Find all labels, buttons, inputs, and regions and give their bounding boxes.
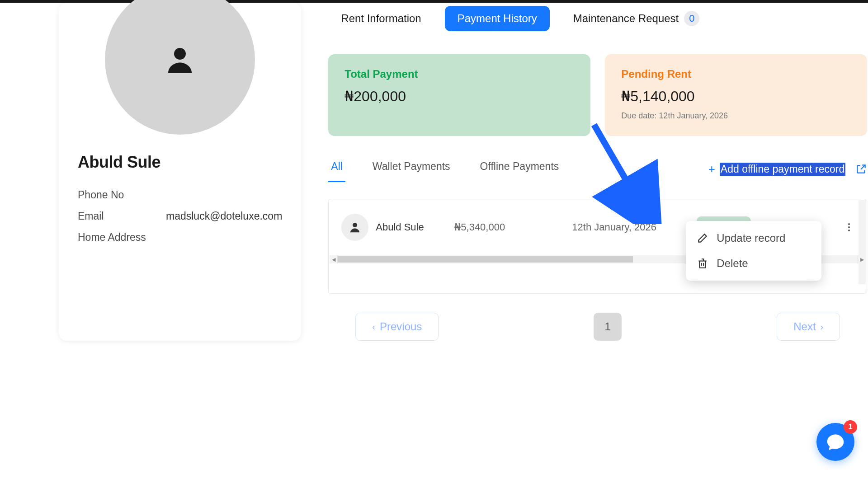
- menu-update-record[interactable]: Update record: [686, 225, 821, 251]
- menu-delete-label: Delete: [717, 257, 748, 270]
- phone-label: Phone No: [78, 189, 166, 201]
- menu-delete[interactable]: Delete: [686, 251, 821, 276]
- row-date: 12th January, 2026: [572, 221, 676, 233]
- next-label: Next: [793, 320, 816, 333]
- payments-table: Abuld Sule ₦5,340,000 12th January, 2026…: [328, 199, 867, 294]
- chat-badge: 1: [844, 420, 857, 434]
- vertical-scrollbar[interactable]: [859, 200, 866, 284]
- total-payment-card: Total Payment ₦200,000: [328, 54, 590, 136]
- tab-rent-information[interactable]: Rent Information: [328, 6, 434, 31]
- page-number[interactable]: 1: [594, 313, 622, 341]
- person-icon: [348, 221, 362, 234]
- add-offline-payment-button[interactable]: + Add offline payment record: [708, 162, 846, 176]
- chevron-right-icon: ›: [821, 322, 824, 332]
- menu-update-label: Update record: [717, 232, 785, 244]
- content-panel: Rent Information Payment History Mainten…: [301, 3, 868, 341]
- row-rent-amount: ₦5,340,000: [454, 221, 536, 233]
- tab-payment-history[interactable]: Payment History: [445, 6, 550, 31]
- address-label: Home Address: [78, 231, 166, 244]
- scrollbar-thumb[interactable]: [338, 256, 632, 263]
- email-label: Email: [78, 210, 166, 222]
- previous-button[interactable]: ‹ Previous: [355, 313, 439, 341]
- tab-maintenance-request[interactable]: Maintenance Request 0: [561, 5, 712, 33]
- person-icon: [162, 42, 198, 77]
- add-offline-label: Add offline payment record: [720, 163, 845, 176]
- pagination: ‹ Previous 1 Next ›: [355, 313, 840, 341]
- edit-icon: [697, 232, 708, 244]
- row-more-button[interactable]: [844, 223, 854, 231]
- trash-icon: [697, 258, 708, 269]
- row-tenant-name: Abuld Sule: [376, 221, 434, 233]
- chat-icon: [826, 432, 845, 452]
- email-value: madsluck@doteluxe.com: [166, 210, 282, 222]
- pending-rent-title: Pending Rent: [621, 68, 851, 80]
- row-actions-menu: Update record Delete: [686, 221, 821, 281]
- total-payment-amount: ₦200,000: [344, 88, 574, 105]
- chevron-left-icon: ‹: [372, 322, 375, 332]
- filter-wallet-payments[interactable]: Wallet Payments: [370, 156, 453, 182]
- pending-rent-card: Pending Rent ₦5,140,000 Due date: 12th J…: [605, 54, 867, 136]
- tenant-name: Abuld Sule: [78, 153, 301, 172]
- tab-maintenance-label: Maintenance Request: [573, 12, 679, 25]
- row-avatar: [341, 214, 368, 241]
- maintenance-count-badge: 0: [684, 11, 699, 26]
- filter-offline-payments[interactable]: Offline Payments: [477, 156, 562, 182]
- next-button[interactable]: Next ›: [777, 313, 840, 341]
- avatar: [105, 0, 255, 135]
- scroll-right-icon[interactable]: ▶: [858, 255, 866, 263]
- chat-fab[interactable]: 1: [816, 423, 854, 461]
- plus-icon: +: [708, 162, 715, 176]
- external-link-icon[interactable]: [855, 163, 867, 175]
- total-payment-title: Total Payment: [344, 68, 574, 80]
- svg-point-1: [353, 223, 357, 227]
- pending-rent-amount: ₦5,140,000: [621, 88, 851, 105]
- main-tabs: Rent Information Payment History Mainten…: [328, 5, 867, 33]
- svg-point-0: [174, 48, 186, 60]
- previous-label: Previous: [380, 320, 422, 333]
- tenant-profile-card: Abuld Sule Phone No Email madsluck@dotel…: [59, 3, 301, 341]
- pending-rent-due: Due date: 12th January, 2026: [621, 111, 851, 121]
- scroll-left-icon[interactable]: ◀: [330, 255, 338, 263]
- filter-all[interactable]: All: [328, 156, 345, 182]
